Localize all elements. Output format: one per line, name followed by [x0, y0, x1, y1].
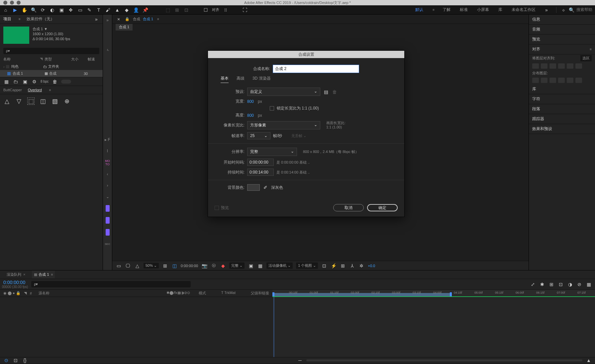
project-search-input[interactable]: ρ▾ [3, 48, 99, 54]
dist-vcenter-icon[interactable] [541, 78, 547, 83]
interpret-icon[interactable]: ▦ [3, 79, 9, 85]
overlord-layers-icon[interactable]: ◫ [39, 98, 47, 105]
shape-tool-icon[interactable]: ▭ [77, 7, 83, 13]
height-input[interactable]: 800 [247, 113, 254, 118]
strip-swirl-icon[interactable]: ఽ [105, 47, 111, 53]
tl-collapse-icon[interactable]: ✱ [539, 281, 545, 287]
time-ruler[interactable]: 00:15f 01:00f 01:15f 02:00f 02:15f 03:00… [272, 290, 595, 297]
panel-tracker[interactable]: 跟踪器 [529, 114, 595, 124]
tl-shy-icon[interactable]: ⤢ [530, 281, 536, 287]
label-swatch[interactable] [6, 65, 9, 68]
exposure-reset-icon[interactable]: ✲ [358, 263, 364, 269]
comp-thumbnail[interactable] [3, 27, 29, 44]
pixel-aspect-icon[interactable]: ⊡ [321, 263, 327, 269]
tab-render-queue[interactable]: 渲染队列× [5, 271, 27, 278]
anchor-tool-icon[interactable]: ✥ [68, 7, 74, 13]
tab-timeline-comp[interactable]: ▦合成 1≡ [32, 271, 55, 278]
workspace-unnamed[interactable]: 未命名工作区 [510, 6, 537, 14]
timeline-zoom-slider[interactable] [306, 359, 582, 361]
trkmat-col[interactable]: T TrkMat [221, 291, 236, 296]
workspace-library[interactable]: 库 [497, 6, 504, 14]
transparency-icon[interactable]: ▦ [257, 263, 263, 269]
tab-overlord[interactable]: Overlord [28, 88, 42, 92]
mask-toggle-icon[interactable]: ◫ [171, 263, 177, 269]
strip-down-icon[interactable]: ⌄ [105, 194, 111, 200]
dialog-tab-renderer[interactable]: 3D 渲染器 [252, 76, 271, 83]
magnify-icon[interactable]: 🖵 [125, 263, 131, 269]
mode-col[interactable]: 模式 [199, 291, 206, 296]
delete-preset-icon[interactable]: 🗑 [332, 89, 338, 95]
overlord-ref-icon[interactable]: ⬚ [27, 98, 35, 105]
strip-pill-3[interactable] [106, 229, 110, 236]
local-axis-icon[interactable]: ⬚ [165, 7, 171, 13]
dist-hcenter-icon[interactable] [567, 78, 573, 83]
hand-tool-icon[interactable]: ✋ [21, 7, 27, 13]
panel-effects-presets[interactable]: 效果和预设 [529, 124, 595, 134]
sync-icon[interactable]: ⟐ [560, 7, 566, 13]
par-select[interactable]: 方形像素⌄ [247, 121, 320, 129]
dist-left-icon[interactable] [558, 78, 565, 83]
label-col-icon[interactable]: ◥ [24, 291, 27, 295]
selection-tool-icon[interactable]: ▶ [12, 7, 18, 13]
bg-color-swatch[interactable] [247, 184, 260, 191]
tl-fx-icon[interactable]: ⊡ [558, 281, 564, 287]
tab-project[interactable]: 项目 [3, 16, 11, 22]
strip-pill-2[interactable] [106, 217, 110, 224]
channel-icon[interactable]: ◆ [220, 263, 226, 269]
col-fps[interactable]: 帧速 [88, 57, 99, 62]
strip-play-icon[interactable]: ▸ F [105, 137, 111, 143]
puppet-tool-icon[interactable]: 📌 [142, 7, 148, 13]
switches-header-icon[interactable]: ✱⬤/fx▦◑⊘⊙ [166, 291, 190, 296]
zoom-in-icon[interactable]: ▲ [586, 357, 592, 363]
comp-name-input[interactable]: 合成 2 [273, 65, 359, 73]
dialog-tab-basic[interactable]: 基本 [221, 76, 229, 83]
align-hcenter-icon[interactable] [541, 63, 547, 69]
new-comp-icon[interactable]: ▣ [22, 79, 28, 85]
overlord-pull-icon[interactable]: ▽ [15, 98, 23, 105]
align-right-icon[interactable] [549, 63, 556, 69]
snap-checkbox[interactable]: ☐ [203, 7, 209, 13]
project-panel-menu-icon[interactable]: ≡ [19, 17, 21, 21]
project-row-folder[interactable]: › 纯色 🗀 文件夹 [0, 63, 103, 70]
tab-buttcapper[interactable]: ButtCapper [3, 88, 22, 92]
breadcrumb-current[interactable]: 合成 1 [143, 17, 153, 22]
triangle-icon[interactable]: △ [134, 263, 140, 269]
dialog-tab-advanced[interactable]: 高级 [237, 76, 245, 83]
resolution-select[interactable]: 完整 ⌄ [229, 262, 245, 269]
workspace-default[interactable]: 默认 [414, 6, 425, 14]
align-left-icon[interactable] [532, 63, 539, 69]
tl-frame-blend-icon[interactable]: ◑ [567, 281, 573, 287]
source-col[interactable]: 源名称 [39, 291, 50, 296]
minimize-icon[interactable] [10, 1, 14, 5]
fast-preview-icon[interactable]: ⚡ [331, 263, 337, 269]
tl-motion-blur-icon[interactable]: ⊘ [576, 281, 582, 287]
roi-icon[interactable]: ▣ [248, 263, 254, 269]
type-tool-icon[interactable]: T [96, 7, 102, 13]
col-type[interactable]: 类型 [45, 57, 71, 62]
viewer-lock-icon[interactable]: 🔒 [124, 16, 130, 22]
align-vcenter-icon[interactable] [567, 63, 573, 69]
strip-left-icon[interactable]: ‹ [105, 171, 111, 177]
align-bottom-icon[interactable] [575, 63, 582, 69]
panel-character[interactable]: 字符 [529, 94, 595, 104]
exposure-value[interactable]: +0.0 [368, 264, 375, 268]
stamp-tool-icon[interactable]: ▲ [114, 7, 120, 13]
resolution-select[interactable]: 完整⌄ [247, 148, 297, 156]
strip-chevron-icon[interactable]: » [105, 17, 111, 23]
strip-italic-icon[interactable]: I [105, 148, 111, 154]
timeline-shortcut-icon[interactable]: ⊞ [340, 263, 346, 269]
lock-aspect-checkbox[interactable] [270, 106, 274, 110]
delete-icon[interactable]: 🗑 [52, 79, 58, 85]
workspace-overflow-icon[interactable]: » [544, 7, 549, 13]
parent-col[interactable]: 父级和链接 [251, 291, 269, 296]
rotate-tool-icon[interactable]: ◐ [49, 7, 55, 13]
orbit-tool-icon[interactable]: ⟳ [40, 7, 46, 13]
overlord-add-icon[interactable]: ⊕ [63, 98, 70, 105]
camera-select[interactable]: 活动摄像机 ⌄ [266, 262, 293, 269]
bpc-toggle[interactable]: 8 bpc [41, 80, 49, 83]
workspace-learn[interactable]: 了解 [441, 6, 452, 14]
panel-paragraph[interactable]: 段落 [529, 104, 595, 114]
workspace-menu-icon[interactable]: ≡ [433, 8, 435, 12]
grid-icon[interactable]: ⊞ [162, 263, 168, 269]
overlord-push-icon[interactable]: △ [3, 98, 11, 105]
